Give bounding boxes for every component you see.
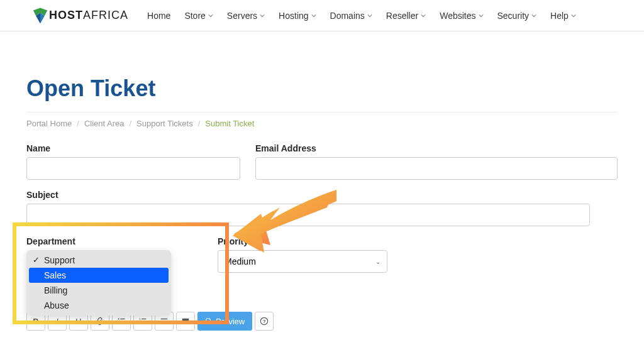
- breadcrumb-separator: /: [198, 119, 201, 128]
- page-title: Open Ticket: [26, 75, 618, 102]
- department-label: Department: [26, 236, 203, 246]
- comment-icon: [181, 317, 190, 326]
- dropdown-item-support[interactable]: ✓Support: [29, 253, 169, 268]
- check-icon: ✓: [33, 255, 40, 265]
- svg-text:?: ?: [263, 319, 266, 324]
- chevron-down-icon: [260, 13, 265, 18]
- chevron-down-icon: [571, 13, 576, 18]
- svg-line-19: [210, 322, 212, 324]
- logo-icon: [31, 7, 49, 25]
- search-icon: [205, 317, 213, 325]
- chevron-down-icon: [208, 13, 213, 18]
- chevron-down-icon: ⌄: [375, 258, 380, 265]
- name-label: Name: [26, 143, 240, 153]
- chevron-down-icon: [421, 13, 426, 18]
- department-dropdown: ✓Support Sales Billing Abuse: [26, 250, 171, 315]
- breadcrumb-support-tickets[interactable]: Support Tickets: [136, 119, 193, 128]
- breadcrumb-separator: /: [77, 119, 79, 128]
- svg-point-4: [118, 321, 119, 322]
- nav-help[interactable]: Help: [550, 11, 576, 21]
- email-label: Email Address: [255, 143, 618, 153]
- priority-select[interactable]: Medium ⌄: [218, 250, 387, 273]
- help-button[interactable]: ?: [255, 312, 274, 331]
- list-ol-icon: 123: [138, 317, 147, 326]
- nav-security[interactable]: Security: [497, 11, 537, 21]
- logo-text: HOSTAFRICA: [49, 9, 128, 22]
- dropdown-item-sales[interactable]: Sales: [29, 268, 169, 283]
- chevron-down-icon: [531, 13, 536, 18]
- nav-items: Home Store Servers Hosting Domains Resel…: [147, 11, 576, 21]
- subject-input[interactable]: [26, 204, 590, 226]
- priority-label: Priority: [218, 236, 394, 246]
- chevron-down-icon: [367, 13, 372, 18]
- name-input[interactable]: [26, 157, 240, 180]
- comment-button[interactable]: [176, 312, 195, 331]
- svg-point-5: [118, 322, 119, 324]
- nav-domains[interactable]: Domains: [330, 11, 372, 21]
- email-input[interactable]: [255, 157, 618, 180]
- nav-home[interactable]: Home: [147, 11, 170, 21]
- top-nav: HOSTAFRICA Home Store Servers Hosting Do…: [0, 0, 644, 31]
- nav-reseller[interactable]: Reseller: [386, 11, 426, 21]
- preview-button[interactable]: Preview: [197, 312, 252, 331]
- breadcrumb: Portal Home / Client Area / Support Tick…: [26, 112, 618, 128]
- link-icon: [96, 317, 104, 326]
- breadcrumb-portal-home[interactable]: Portal Home: [26, 119, 72, 128]
- list-ul-icon: [117, 317, 126, 326]
- logo[interactable]: HOSTAFRICA: [31, 7, 128, 25]
- breadcrumb-separator: /: [129, 119, 131, 128]
- align-icon: [160, 317, 169, 326]
- svg-point-18: [206, 319, 211, 323]
- svg-text:3: 3: [139, 322, 141, 325]
- breadcrumb-client-area[interactable]: Client Area: [84, 119, 125, 128]
- chevron-down-icon: [311, 13, 316, 18]
- question-icon: ?: [260, 317, 269, 326]
- nav-websites[interactable]: Websites: [440, 11, 483, 21]
- page-content: Open Ticket Portal Home / Client Area / …: [0, 75, 644, 331]
- priority-value: Medium: [225, 256, 256, 266]
- dropdown-item-billing[interactable]: Billing: [29, 283, 169, 298]
- chevron-down-icon: [479, 13, 484, 18]
- breadcrumb-current: Submit Ticket: [205, 119, 254, 128]
- subject-label: Subject: [26, 190, 618, 200]
- svg-point-3: [118, 318, 119, 319]
- dropdown-item-abuse[interactable]: Abuse: [29, 298, 169, 313]
- nav-servers[interactable]: Servers: [227, 11, 265, 21]
- nav-hosting[interactable]: Hosting: [279, 11, 316, 21]
- nav-store[interactable]: Store: [184, 11, 213, 21]
